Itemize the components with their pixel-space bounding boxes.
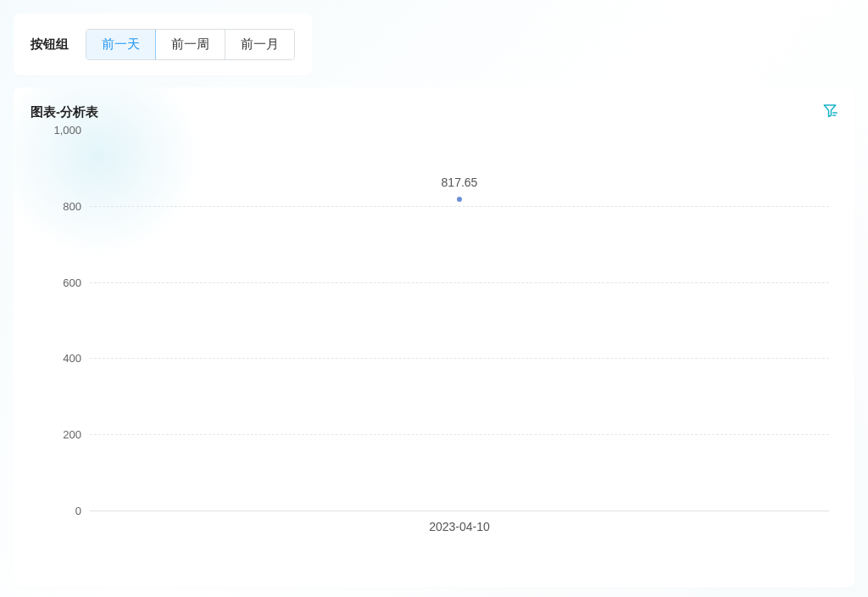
time-range-prev-week[interactable]: 前一周 [156,30,225,59]
chart-card: 图表-分析表 02004006008001,000817.65 2023-04-… [14,87,854,588]
time-range-prev-month[interactable]: 前一月 [225,30,294,59]
data-point-label: 817.65 [442,176,478,189]
filter-icon[interactable] [822,103,837,121]
chart-header: 图表-分析表 [31,103,837,121]
gridline [90,358,829,359]
x-axis: 2023-04-10 [90,511,829,537]
y-tick-label: 400 [31,352,81,365]
gridline [90,206,829,207]
y-tick-label: 800 [31,199,81,212]
chart-title: 图表-分析表 [31,104,98,120]
chart-plot: 02004006008001,000817.65 2023-04-10 [31,130,837,562]
time-range-segmented: 前一天前一周前一月 [86,29,295,60]
x-tick-label: 2023-04-10 [429,520,490,533]
button-group-card: 按钮组 前一天前一周前一月 [14,14,312,75]
button-group-label: 按钮组 [31,36,69,53]
gridline [90,282,829,283]
y-tick-label: 0 [31,505,81,517]
y-tick-label: 600 [31,276,81,288]
time-range-prev-day[interactable]: 前一天 [86,30,156,59]
gridline [90,434,829,435]
y-tick-label: 200 [31,428,81,441]
data-point[interactable] [457,197,462,202]
y-tick-label: 1,000 [31,124,81,137]
plot-area: 02004006008001,000817.65 [90,130,829,511]
